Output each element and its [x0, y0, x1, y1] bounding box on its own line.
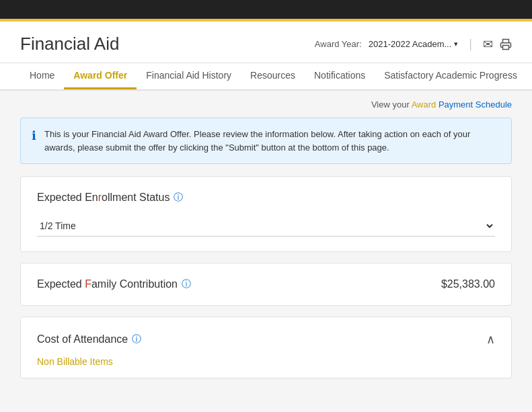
page-title: Financial Aid — [20, 34, 119, 54]
main-content: View your Award Payment Schedule ℹ This … — [0, 91, 532, 409]
nav-item-notifications[interactable]: Notifications — [305, 63, 375, 89]
non-billable-label: Non Billable Items — [37, 356, 495, 367]
family-contribution-title: Expected Family Contribution ⓘ — [37, 278, 191, 290]
enrollment-status-select[interactable]: 1/2 Time Full Time 3/4 Time Less than 1/… — [37, 216, 495, 237]
header: Financial Aid Award Year: 2021-2022 Acad… — [0, 22, 532, 63]
cost-of-attendance-title: Cost of Attendance ⓘ — [37, 333, 141, 345]
cost-of-attendance-card: Cost of Attendance ⓘ ∧ Non Billable Item… — [20, 317, 512, 378]
award-year-dropdown[interactable]: 2021-2022 Academ... ▾ — [369, 39, 459, 49]
family-contribution-help-icon[interactable]: ⓘ — [182, 278, 191, 290]
payment-link-row: View your Award Payment Schedule — [20, 91, 512, 118]
info-text: This is your Financial Aid Award Offer. … — [44, 128, 500, 154]
mail-icon[interactable]: ✉ — [483, 37, 493, 52]
top-bar — [0, 0, 532, 19]
header-right: Award Year: 2021-2022 Academ... ▾ | ✉ — [315, 37, 512, 52]
print-icon[interactable] — [500, 38, 512, 50]
chevron-up-icon: ∧ — [486, 332, 495, 347]
family-contribution-value: $25,383.00 — [441, 278, 495, 290]
family-contribution-row: Expected Family Contribution ⓘ $25,383.0… — [37, 278, 495, 290]
divider: | — [469, 37, 472, 51]
cost-of-attendance-help-icon[interactable]: ⓘ — [132, 333, 141, 345]
nav-item-award-offer[interactable]: Award Offer — [64, 63, 137, 89]
family-contribution-card: Expected Family Contribution ⓘ $25,383.0… — [20, 263, 512, 306]
nav-item-satisfactory-academic-progress[interactable]: Satisfactory Academic Progress — [375, 63, 527, 89]
enrollment-help-icon[interactable]: ⓘ — [174, 192, 183, 204]
nav-item-financial-aid-history[interactable]: Financial Aid History — [137, 63, 241, 89]
info-icon: ℹ — [32, 128, 36, 143]
info-banner: ℹ This is your Financial Aid Award Offer… — [20, 118, 512, 164]
enrollment-status-title: Expected Enrollment Status ⓘ — [37, 192, 495, 204]
cost-of-attendance-header[interactable]: Cost of Attendance ⓘ ∧ — [37, 332, 495, 347]
nav-item-resources[interactable]: Resources — [241, 63, 305, 89]
nav-item-home[interactable]: Home — [20, 63, 64, 89]
navigation: Home Award Offer Financial Aid History R… — [0, 63, 532, 91]
payment-schedule-link[interactable]: View your Award Payment Schedule — [371, 99, 512, 110]
nav-more-icon[interactable]: ❯ — [527, 63, 532, 89]
award-year-label: Award Year: — [315, 39, 362, 49]
enrollment-status-card: Expected Enrollment Status ⓘ 1/2 Time Fu… — [20, 176, 512, 252]
chevron-down-icon: ▾ — [454, 40, 458, 48]
svg-rect-0 — [503, 45, 509, 49]
